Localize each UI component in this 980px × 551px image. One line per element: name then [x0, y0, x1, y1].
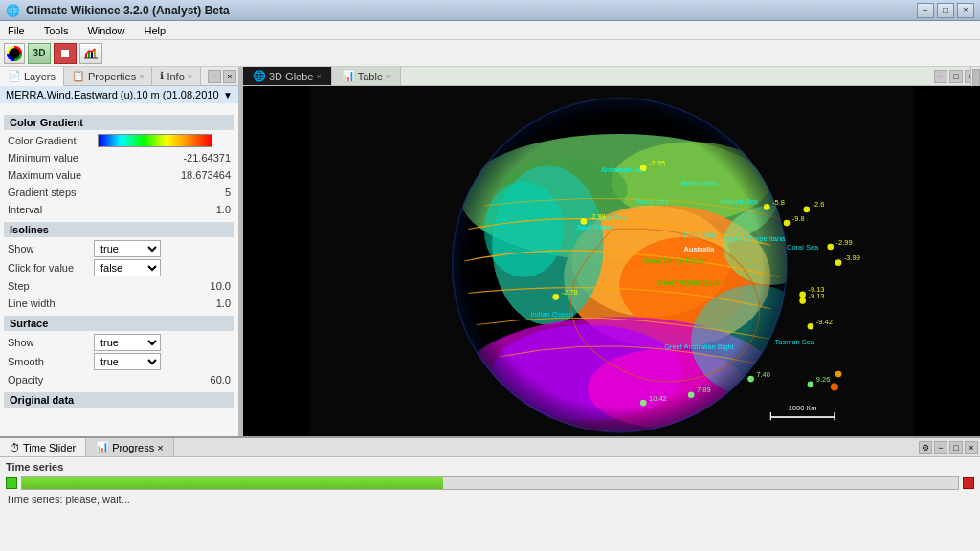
section-surface: Surface — [4, 316, 234, 331]
bottom-detach-btn[interactable]: □ — [949, 441, 963, 454]
close-button[interactable]: × — [957, 3, 974, 18]
menu-file[interactable]: File — [4, 25, 29, 36]
progress-start-indicator — [6, 477, 17, 489]
step-value: 10.0 — [94, 280, 231, 292]
panel-minimize-btn[interactable]: − — [208, 70, 221, 83]
progress-stop-button[interactable] — [963, 477, 974, 489]
prop-surface-show: Show true false — [4, 333, 234, 352]
surface-show-label: Show — [8, 337, 94, 348]
maximize-button[interactable]: □ — [937, 3, 954, 18]
isolines-show-select[interactable]: true false — [94, 240, 161, 257]
progress-tab-close[interactable]: × — [157, 442, 163, 453]
bottom-tab-controls: ⚙ − □ × — [917, 438, 980, 456]
tab-table[interactable]: 📊 Table × — [332, 67, 402, 85]
titlebar: 🌐 Climate Wikience 3.2.0 (Analyst) Beta … — [0, 0, 980, 21]
svg-point-63 — [688, 391, 695, 398]
globe-area[interactable]: Andaman Sea Banda Sea Flores Sea Arafura… — [243, 86, 980, 436]
tab-info[interactable]: ℹ Info × — [152, 67, 201, 85]
click-value-select[interactable]: false true — [94, 259, 161, 276]
tab-properties[interactable]: 📋 Properties × — [64, 67, 152, 85]
svg-text:-9.13: -9.13 — [808, 292, 824, 300]
chart-button[interactable] — [79, 43, 102, 64]
app-title-text: Climate Wikience 3.2.0 (Analyst) Beta — [26, 4, 230, 17]
svg-point-43 — [764, 204, 770, 210]
progress-bar-fill — [22, 477, 443, 489]
interval-value: 1.0 — [94, 204, 231, 215]
svg-point-24 — [453, 98, 787, 431]
prop-click-value: Click for value false true — [4, 258, 234, 277]
svg-text:-2.6: -2.6 — [813, 200, 825, 209]
section-original-data: Original data — [4, 392, 234, 408]
progress-tab-label: Progress — [112, 442, 154, 453]
svg-point-57 — [581, 218, 588, 225]
layers-icon: 📄 — [8, 70, 21, 82]
globe-detach-btn[interactable]: □ — [949, 70, 963, 83]
svg-text:7.40: 7.40 — [756, 370, 770, 379]
info-tab-close[interactable]: × — [188, 72, 192, 81]
tab-info-label: Info — [167, 71, 184, 82]
smooth-label: Smooth — [8, 356, 94, 367]
linewidth-label: Line width — [8, 298, 94, 309]
menu-help[interactable]: Help — [141, 25, 170, 36]
properties-tab-close[interactable]: × — [139, 72, 144, 81]
surface-show-select[interactable]: true false — [94, 334, 161, 351]
svg-text:1000 Km: 1000 Km — [789, 404, 817, 412]
svg-point-67 — [808, 382, 814, 388]
app-title: 🌐 Climate Wikience 3.2.0 (Analyst) Beta — [6, 4, 230, 17]
info-icon: ℹ — [160, 70, 164, 82]
bottom-close-btn[interactable]: × — [965, 441, 978, 454]
table-tab-close[interactable]: × — [386, 72, 390, 81]
minimize-button[interactable]: − — [917, 3, 934, 18]
svg-point-45 — [803, 207, 810, 213]
globe-tab-close[interactable]: × — [316, 72, 321, 81]
section-isolines: Isolines — [4, 222, 234, 237]
svg-text:Australia: Australia — [684, 245, 716, 253]
bottom-min-btn[interactable]: − — [934, 441, 947, 454]
svg-text:7.89: 7.89 — [697, 386, 711, 394]
left-tab-bar: 📄 Layers 📋 Properties × ℹ Info × − × — [0, 67, 238, 86]
svg-text:Coral Sea: Coral Sea — [787, 243, 819, 252]
progress-status-text: Time series: please, wait... — [6, 494, 974, 505]
prop-opacity: Opacity 60.0 — [4, 371, 234, 388]
svg-point-41 — [640, 165, 647, 171]
menu-window[interactable]: Window — [83, 25, 128, 36]
min-value: -21.64371 — [94, 152, 231, 164]
svg-text:-2.78: -2.78 — [562, 288, 578, 297]
svg-text:-2.35: -2.35 — [649, 159, 665, 167]
stop-button[interactable] — [54, 43, 77, 64]
menubar: File Tools Window Help — [0, 21, 980, 40]
svg-text:10.42: 10.42 — [649, 394, 667, 403]
bottom-settings-btn[interactable]: ⚙ — [919, 441, 932, 454]
tab-time-slider[interactable]: ⏱ Time Slider — [0, 438, 86, 456]
svg-point-61 — [799, 298, 806, 304]
layer-button[interactable]: 3D — [28, 43, 51, 64]
time-series-label: Time series — [6, 461, 974, 473]
menu-tools[interactable]: Tools — [40, 25, 73, 36]
smooth-select[interactable]: true false — [94, 353, 161, 370]
prop-interval: Interval 1.0 — [4, 201, 234, 218]
prop-smooth: Smooth true false — [4, 352, 234, 371]
steps-value: 5 — [94, 187, 231, 198]
svg-point-72 — [835, 371, 842, 378]
panel-close-btn[interactable]: × — [223, 70, 236, 83]
tab-layers[interactable]: 📄 Layers — [0, 67, 64, 86]
svg-text:Great Sandy Desert: Great Sandy Desert — [644, 256, 708, 265]
bottom-panel: ⏱ Time Slider 📊 Progress × ⚙ − □ × Time … — [0, 436, 980, 551]
svg-point-49 — [827, 244, 834, 251]
tab-3d-globe[interactable]: 🌐 3D Globe × — [243, 67, 332, 85]
globe-min-btn[interactable]: − — [934, 70, 947, 83]
svg-text:Banda Sea: Banda Sea — [681, 179, 718, 187]
gradient-bar[interactable] — [98, 134, 212, 147]
svg-rect-3 — [85, 54, 87, 58]
prop-max: Maximum value 18.673464 — [4, 166, 234, 184]
color-wheel-button[interactable] — [4, 43, 25, 64]
top-area: 📄 Layers 📋 Properties × ℹ Info × − × — [0, 67, 980, 436]
steps-label: Gradient steps — [8, 187, 94, 198]
right-panel: 🌐 3D Globe × 📊 Table × − □ × — [243, 67, 980, 436]
dataset-label: MERRA.Wind.Eastward (u).10 m (01.08.2010 — [6, 89, 219, 100]
dataset-dropdown-icon[interactable]: ▼ — [223, 90, 233, 100]
tab-progress[interactable]: 📊 Progress × — [86, 438, 173, 456]
bottom-content: Time series Time series: please, wait... — [0, 457, 980, 551]
window-controls: − □ × — [917, 3, 974, 18]
progress-bar[interactable] — [21, 476, 959, 490]
